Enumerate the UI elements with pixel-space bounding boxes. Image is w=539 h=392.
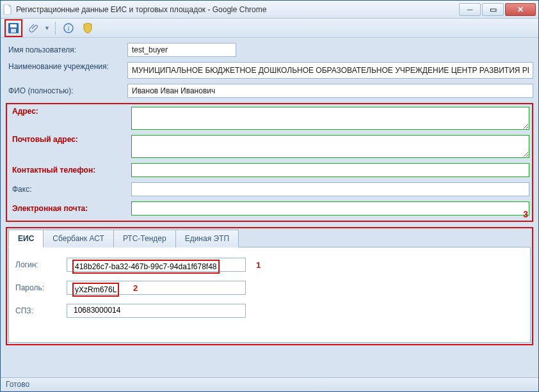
spz-row: СПЗ: 10683000014 [15,304,524,318]
titlebar: Регистрационные данные ЕИС и торговых пл… [1,1,538,19]
fullname-label: ФИО (полностью): [6,86,121,95]
login-label: Логин: [15,260,60,269]
mailaddr-input[interactable] [131,135,529,158]
fullname-input[interactable] [127,84,533,98]
callout-frame-4 [4,19,22,37]
svg-text:i: i [67,24,69,32]
login-input[interactable]: 418b26c7-ba32-467b-99c7-94da1f678f48 [67,258,246,272]
status-text: Готово [6,380,29,389]
password-input[interactable]: yXzRm676L [67,281,246,295]
spz-label: СПЗ: [15,306,60,315]
spz-input[interactable]: 10683000014 [67,304,246,318]
toolbar-divider [55,22,56,35]
toolbar: 4 ▼ i [1,19,538,38]
mailaddr-row: Почтовый адрес: [10,135,529,158]
username-row: Имя пользователя: [6,43,533,57]
orgname-label: Наименование учреждения: [6,62,121,71]
window-title: Регистрационные данные ЕИС и торговых пл… [16,5,459,14]
fullname-row: ФИО (полностью): [6,84,533,98]
login-row: Логин: 418b26c7-ba32-467b-99c7-94da1f678… [15,258,524,272]
username-label: Имя пользователя: [6,45,121,54]
content-area: Имя пользователя: Наименование учреждени… [1,38,538,377]
svg-rect-1 [10,24,17,27]
address-input[interactable] [131,107,529,130]
email-label: Электронная почта: [10,204,125,213]
password-label: Пароль: [15,283,60,292]
minimize-button[interactable]: ─ [459,3,481,16]
tab-sberbank-ast[interactable]: Сбербанк АСТ [43,230,114,247]
maximize-button[interactable]: ▭ [482,3,504,16]
statusbar: Готово [1,377,538,391]
document-icon [3,4,12,15]
orgname-input[interactable] [127,62,533,79]
phone-input[interactable] [131,163,529,177]
phone-label: Контактный телефон: [10,166,125,175]
fax-label: Факс: [10,185,125,194]
attach-button[interactable] [26,20,42,36]
attach-dropdown-icon[interactable]: ▼ [44,25,50,31]
required-fields-frame: 3 Адрес: Почтовый адрес: Контактный теле… [6,103,533,222]
fax-input[interactable] [131,182,529,196]
address-row: Адрес: [10,107,529,130]
tab-edinaya-etp[interactable]: Единая ЭТП [175,230,239,247]
username-input[interactable] [127,43,236,57]
orgname-row: Наименование учреждения: [6,62,533,79]
email-row: Электронная почта: [10,201,529,216]
tab-eis[interactable]: ЕИС [8,230,44,247]
tab-panel-eis: Логин: 418b26c7-ba32-467b-99c7-94da1f678… [8,247,531,343]
email-input[interactable] [131,201,529,216]
tabs: ЕИС Сбербанк АСТ РТС-Тендер Единая ЭТП [8,230,531,247]
mailaddr-label: Почтовый адрес: [10,135,125,144]
callout-1: 1 [256,260,261,270]
tab-rts-tender[interactable]: РТС-Тендер [113,230,176,247]
phone-row: Контактный телефон: [10,163,529,177]
address-label: Адрес: [10,107,125,116]
password-value-frame: yXzRm676L [72,283,119,297]
fax-row: Факс: [10,182,529,196]
spz-value: 10683000014 [74,306,120,315]
window-controls: ─ ▭ ✕ [459,3,536,16]
svg-rect-2 [11,29,16,33]
password-row: Пароль: yXzRm676L 2 [15,281,524,295]
tabs-frame: ЕИС Сбербанк АСТ РТС-Тендер Единая ЭТП Л… [6,227,533,345]
callout-3: 3 [523,209,528,219]
callout-2: 2 [133,283,138,293]
close-button[interactable]: ✕ [505,3,536,16]
info-button[interactable]: i [61,20,76,36]
app-window: Регистрационные данные ЕИС и торговых пл… [0,0,539,392]
save-button[interactable] [6,20,21,36]
shield-button[interactable] [80,20,95,36]
login-value-frame: 418b26c7-ba32-467b-99c7-94da1f678f48 [72,260,220,274]
